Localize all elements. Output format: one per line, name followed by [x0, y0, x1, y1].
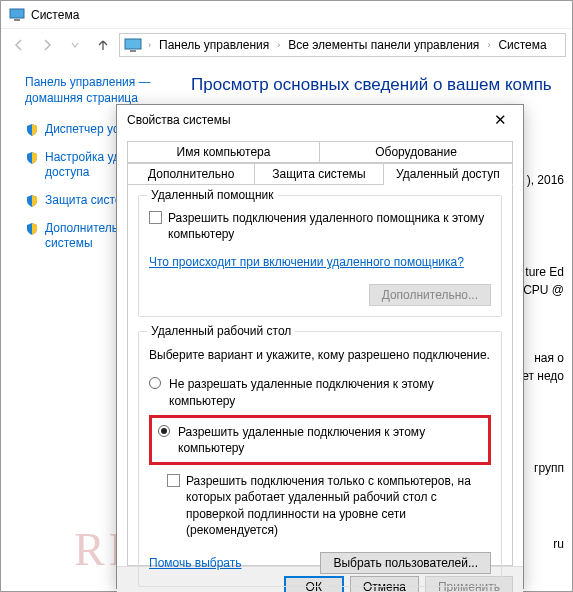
shield-icon [25, 151, 39, 165]
sidebar-home-link[interactable]: Панель управления — домашняя страница [25, 75, 175, 106]
select-users-button[interactable]: Выбрать пользователей... [320, 552, 491, 574]
back-button[interactable] [7, 33, 31, 57]
monitor-icon [124, 38, 142, 52]
checkbox-label: Разрешить подключения только с компьютер… [186, 473, 491, 538]
tab-computer-name[interactable]: Имя компьютера [127, 141, 320, 163]
remote-assistance-help-link[interactable]: Что происходит при включении удаленного … [149, 255, 464, 269]
tab-system-protection[interactable]: Защита системы [255, 163, 383, 184]
radio-allow[interactable] [158, 425, 170, 437]
up-button[interactable] [91, 33, 115, 57]
info-fragment: ет недо [522, 369, 564, 383]
remote-assistance-advanced-button[interactable]: Дополнительно... [369, 284, 491, 306]
info-fragment: групп [534, 461, 564, 475]
chevron-right-icon: › [275, 40, 282, 50]
svg-rect-1 [14, 19, 20, 21]
system-icon [9, 7, 25, 23]
system-properties-dialog: Свойства системы ✕ Имя компьютера Оборуд… [116, 104, 524, 589]
group-intro: Выберите вариант и укажите, кому разреше… [149, 348, 491, 362]
allow-remote-assistance-checkbox[interactable] [149, 211, 162, 224]
breadcrumb-item[interactable]: Все элементы панели управления [286, 38, 481, 52]
tab-content: Удаленный помощник Разрешить подключения… [127, 184, 513, 566]
group-legend: Удаленный рабочий стол [147, 324, 295, 338]
shield-icon [25, 123, 39, 137]
dialog-titlebar: Свойства системы ✕ [117, 105, 523, 135]
close-button[interactable]: ✕ [486, 107, 515, 133]
checkbox-label: Разрешить подключения удаленного помощни… [168, 210, 491, 242]
info-fragment: ная о [534, 351, 564, 365]
chevron-right-icon: › [146, 40, 153, 50]
titlebar: Система [1, 1, 572, 29]
highlighted-option: Разрешить удаленные подключения к этому … [149, 415, 491, 465]
shield-icon [25, 194, 39, 208]
remote-assistance-group: Удаленный помощник Разрешить подключения… [138, 195, 502, 317]
breadcrumb-item[interactable]: Панель управления [157, 38, 271, 52]
navbar: › Панель управления › Все элементы панел… [1, 29, 572, 61]
forward-button[interactable] [35, 33, 59, 57]
recent-dropdown[interactable] [63, 33, 87, 57]
group-legend: Удаленный помощник [147, 188, 278, 202]
info-fragment: ), 2016 [527, 173, 564, 187]
svg-rect-0 [10, 9, 24, 18]
remote-desktop-group: Удаленный рабочий стол Выберите вариант … [138, 331, 502, 587]
tab-hardware[interactable]: Оборудование [320, 141, 513, 163]
dialog-title: Свойства системы [127, 113, 231, 127]
page-title: Просмотр основных сведений о вашем компь [191, 75, 562, 95]
tab-advanced[interactable]: Дополнительно [127, 163, 255, 184]
tab-remote[interactable]: Удаленный доступ [384, 163, 513, 185]
chevron-right-icon: › [485, 40, 492, 50]
svg-rect-2 [125, 39, 141, 49]
svg-rect-3 [130, 50, 136, 52]
radio-label: Разрешить удаленные подключения к этому … [178, 424, 482, 456]
help-choose-link[interactable]: Помочь выбрать [149, 556, 242, 570]
window-title: Система [31, 8, 79, 22]
addressbar[interactable]: › Панель управления › Все элементы панел… [119, 33, 566, 57]
radio-dont-allow[interactable] [149, 377, 161, 389]
nla-checkbox[interactable] [167, 474, 180, 487]
info-fragment: ture Ed [525, 265, 564, 279]
shield-icon [25, 222, 39, 236]
info-fragment: ru [553, 537, 564, 551]
radio-label: Не разрешать удаленные подключения к это… [169, 376, 491, 408]
breadcrumb-item[interactable]: Система [496, 38, 548, 52]
